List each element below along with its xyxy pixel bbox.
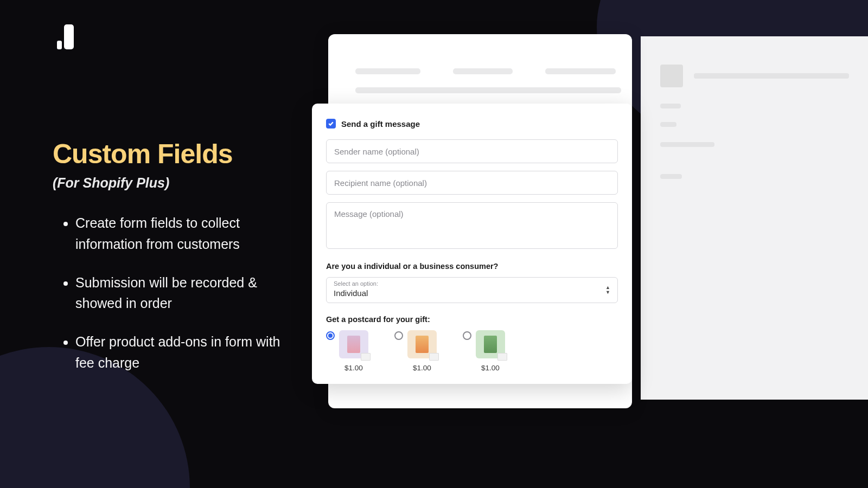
postcard-question: Get a postcard for your gift: bbox=[326, 315, 618, 324]
postcard-options: $1.00 $1.00 $1.00 bbox=[326, 330, 618, 372]
feature-bullet-list: Create form fields to collect informatio… bbox=[75, 213, 286, 374]
postcard-option-2[interactable]: $1.00 bbox=[394, 330, 437, 372]
select-value: Individual bbox=[334, 288, 368, 298]
feature-bullet: Create form fields to collect informatio… bbox=[75, 213, 286, 255]
postcard-radio-1[interactable] bbox=[326, 331, 335, 340]
feature-description-panel: Custom Fields (For Shopify Plus) Create … bbox=[53, 138, 286, 391]
postcard-price: $1.00 bbox=[344, 364, 363, 372]
sidebar-skeleton bbox=[641, 36, 868, 400]
select-caption: Select an option: bbox=[334, 280, 378, 287]
postcard-option-1[interactable]: $1.00 bbox=[326, 330, 368, 372]
postcard-thumbnail-purple bbox=[339, 330, 368, 358]
page-subtitle: (For Shopify Plus) bbox=[53, 175, 286, 191]
postcard-thumbnail-green bbox=[476, 330, 505, 358]
page-title: Custom Fields bbox=[53, 138, 286, 170]
postcard-price: $1.00 bbox=[481, 364, 500, 372]
feature-bullet: Submission will be recorded & showed in … bbox=[75, 272, 286, 314]
ui-mockup: Send a gift message Are you a individual… bbox=[328, 34, 868, 468]
custom-fields-form-card: Send a gift message Are you a individual… bbox=[312, 104, 632, 384]
sender-name-input[interactable] bbox=[326, 139, 618, 163]
gift-message-checkbox[interactable] bbox=[326, 119, 336, 129]
recipient-name-input[interactable] bbox=[326, 171, 618, 195]
postcard-radio-2[interactable] bbox=[394, 331, 403, 340]
postcard-option-3[interactable]: $1.00 bbox=[463, 330, 505, 372]
consumer-type-select[interactable]: Select an option: Individual ▲▼ bbox=[326, 277, 618, 303]
postcard-radio-3[interactable] bbox=[463, 331, 471, 340]
gift-message-label: Send a gift message bbox=[341, 119, 420, 129]
consumer-type-question: Are you a individual or a business consu… bbox=[326, 262, 618, 271]
brand-logo-icon bbox=[57, 24, 74, 49]
feature-bullet: Offer product add-ons in form with fee c… bbox=[75, 331, 286, 374]
postcard-price: $1.00 bbox=[413, 364, 431, 372]
postcard-thumbnail-orange bbox=[407, 330, 437, 358]
message-textarea[interactable] bbox=[326, 202, 618, 249]
chevron-updown-icon: ▲▼ bbox=[605, 285, 610, 295]
